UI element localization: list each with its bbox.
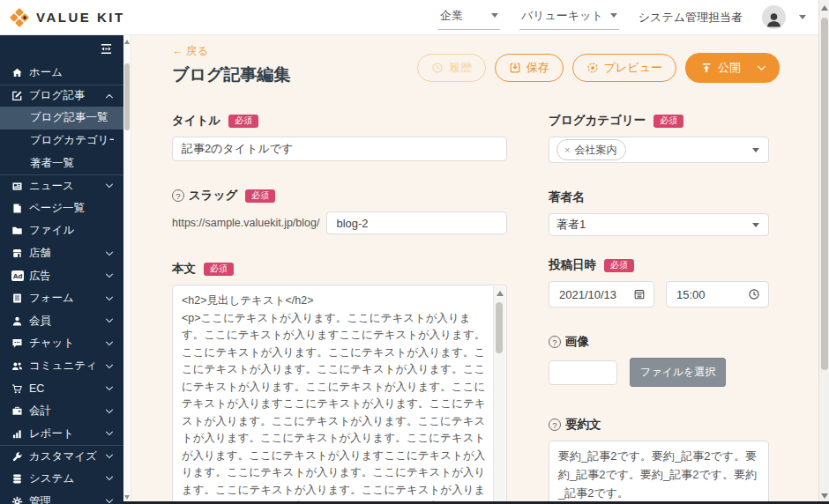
required-badge: 必須 [245, 189, 275, 203]
bar-chart-icon [11, 428, 23, 440]
summary-textarea[interactable]: 要約_記事2です。要約_記事2です。要約_記事2です。要約_記事2です。要約_記… [549, 441, 769, 504]
main-content: ← 戻る ブログ記事編集 履歴 保存 プレビュー [131, 35, 829, 504]
sidebar-item-accounting[interactable]: 会計 [0, 400, 123, 423]
scroll-down-arrow-icon[interactable] [124, 495, 130, 500]
sidebar-item-chat[interactable]: チャット [0, 332, 123, 355]
sidebar-item-blog-list[interactable]: ブログ記事一覧 [0, 107, 123, 130]
scroll-up-arrow-icon[interactable] [821, 5, 828, 11]
person-icon [765, 11, 783, 29]
slug-input[interactable]: blog-2 [326, 211, 507, 234]
body-textarea-scrollbar[interactable] [493, 286, 505, 504]
sidebar-item-blog-category[interactable]: ブログカテゴリー [0, 130, 123, 152]
scroll-up-arrow-icon[interactable] [124, 40, 130, 44]
logo-text: VALUE KIT [36, 10, 125, 25]
image-filename-input[interactable] [549, 360, 617, 385]
sidebar-scrollbar-thumb[interactable] [124, 63, 130, 130]
body-textarea-content: <h2>見出しテキスト</h2> <p>ここにテキストが入ります。ここにテキスト… [182, 293, 487, 504]
title-input[interactable]: 記事2のタイトルです [172, 137, 507, 161]
sidebar: ホーム ブログ記事 ブログ記事一覧 ブログカテゴリー 著者一覧 ニュース [0, 35, 123, 504]
service-select[interactable]: バリューキット [519, 5, 619, 30]
publish-button[interactable]: 公開 [685, 53, 780, 83]
sidebar-item-store[interactable]: 店舗 [0, 242, 123, 265]
sidebar-item-blog[interactable]: ブログ記事 [0, 85, 123, 107]
chevron-down-icon [105, 452, 114, 461]
category-field-group: ブログカテゴリー 必須 × 会社案内 [549, 113, 769, 163]
company-select-value: 企業 [440, 8, 463, 24]
gear-icon [11, 496, 23, 504]
body-textarea[interactable]: <h2>見出しテキスト</h2> <p>ここにテキストが入ります。ここにテキスト… [172, 285, 507, 504]
sidebar-item-ec[interactable]: EC [0, 377, 123, 400]
page-icon [11, 203, 23, 214]
user-menu[interactable] [762, 5, 806, 29]
clock-icon[interactable] [748, 288, 760, 300]
sidebar-item-home[interactable]: ホーム [0, 62, 123, 85]
category-select[interactable]: × 会社案内 [549, 137, 769, 163]
sidebar-item-author-list[interactable]: 著者一覧 [0, 152, 123, 174]
author-field-group: 著者名 著者1 [549, 189, 769, 236]
sidebar-item-reports[interactable]: レポート [0, 423, 123, 446]
sidebar-item-pages[interactable]: ページ一覧 [0, 197, 123, 220]
author-select[interactable]: 著者1 [549, 213, 769, 236]
publish-datetime-group: 投稿日時 必須 2021/10/13 15:00 [549, 257, 769, 308]
title-field-group: タイトル 必須 記事2のタイトルです [172, 113, 507, 161]
help-icon[interactable]: ? [549, 419, 561, 431]
calendar-icon[interactable] [633, 288, 646, 300]
company-select[interactable]: 企業 [438, 5, 500, 30]
summary-label: 要約文 [565, 417, 601, 433]
sidebar-collapse-button[interactable] [100, 42, 113, 56]
sidebar-item-files[interactable]: ファイル [0, 219, 123, 242]
required-badge: 必須 [653, 115, 683, 128]
community-icon [11, 360, 23, 372]
chevron-down-icon [105, 271, 114, 280]
author-label: 著者名 [549, 189, 585, 205]
chevron-down-icon [491, 13, 498, 18]
sidebar-item-community[interactable]: コミュニティ [0, 355, 123, 378]
file-select-button[interactable]: ファイルを選択 [630, 358, 726, 387]
valuekit-logo-icon [9, 7, 30, 28]
chevron-down-icon [105, 474, 114, 483]
time-input[interactable]: 15:00 [666, 281, 769, 308]
chevron-down-icon [799, 15, 806, 19]
save-icon [509, 62, 521, 74]
history-button[interactable]: 履歴 [417, 54, 486, 82]
scroll-up-arrow-icon[interactable] [497, 291, 504, 296]
avatar[interactable] [762, 5, 786, 29]
chevron-down-icon[interactable] [757, 63, 766, 73]
cart-icon [11, 383, 23, 395]
sidebar-item-system[interactable]: システム [0, 468, 123, 491]
page-scrollbar-thumb[interactable] [821, 18, 828, 370]
help-icon[interactable]: ? [172, 189, 184, 202]
body-scrollbar-thumb[interactable] [496, 302, 503, 353]
help-icon[interactable]: ? [549, 336, 561, 348]
page-actions: 履歴 保存 プレビュー 公開 [417, 53, 780, 83]
chevron-down-icon [105, 316, 114, 325]
chevron-down-icon [105, 497, 114, 504]
chat-icon [11, 337, 23, 349]
sidebar-item-customize[interactable]: カスタマイズ [0, 445, 123, 468]
app-logo[interactable]: VALUE KIT [9, 7, 125, 28]
sidebar-item-admin[interactable]: 管理 [0, 490, 123, 504]
date-input[interactable]: 2021/10/13 [549, 281, 654, 308]
sidebar-item-news[interactable]: ニュース [0, 174, 123, 197]
back-link[interactable]: ← 戻る [172, 44, 208, 59]
page-title: ブログ記事編集 [172, 63, 290, 86]
home-icon [11, 67, 23, 78]
page-scrollbar[interactable] [818, 0, 829, 504]
service-select-value: バリューキット [521, 8, 603, 24]
summary-field-group: ? 要約文 要約_記事2です。要約_記事2です。要約_記事2です。要約_記事2で… [549, 417, 769, 504]
folder-icon [11, 225, 23, 236]
sidebar-scrollbar[interactable] [123, 35, 131, 504]
save-button[interactable]: 保存 [495, 54, 564, 82]
scroll-down-arrow-icon[interactable] [821, 493, 828, 499]
chevron-down-icon [105, 294, 114, 303]
slug-field-group: ? スラッグ 必須 https://sample.valuekit.jp/blo… [172, 188, 507, 234]
body-label: 本文 [172, 261, 196, 277]
preview-button[interactable]: プレビュー [572, 54, 676, 82]
sidebar-item-members[interactable]: 会員 [0, 310, 123, 333]
remove-tag-icon[interactable]: × [564, 145, 570, 155]
chevron-down-icon [105, 384, 114, 393]
sidebar-item-ads[interactable]: Ad 広告 [0, 264, 123, 287]
top-header: VALUE KIT 企業 バリューキット システム管理担当者 [0, 0, 829, 35]
wrench-icon [11, 451, 23, 463]
sidebar-item-forms[interactable]: フォーム [0, 287, 123, 310]
